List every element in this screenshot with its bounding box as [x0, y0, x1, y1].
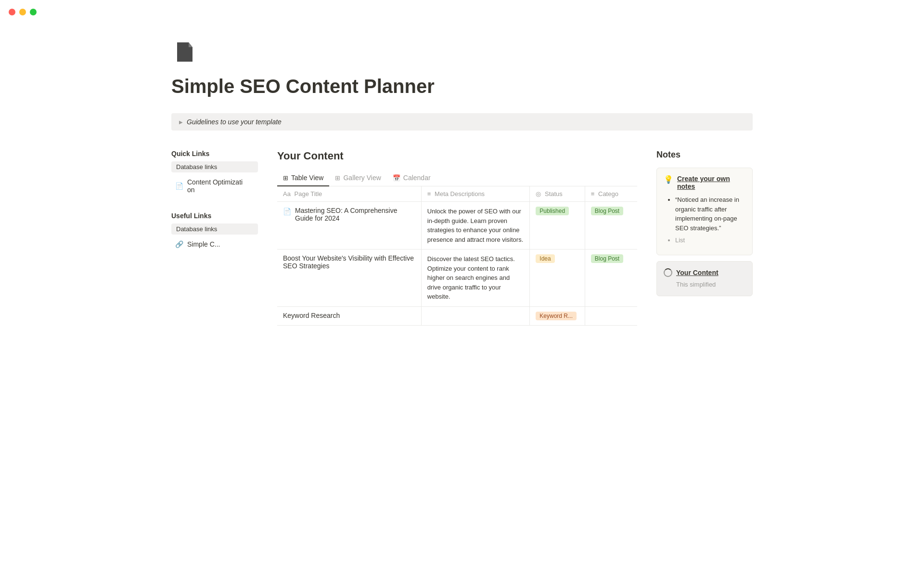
notes-title: Notes — [656, 150, 753, 160]
cell-title-3[interactable]: Keyword Research — [277, 306, 421, 325]
note-card-title-1[interactable]: Create your own notes — [677, 175, 745, 190]
note-bullet-2: List — [675, 236, 745, 245]
content-section-title: Your Content — [277, 150, 637, 162]
status-badge-3: Keyword R... — [536, 312, 577, 320]
cell-category-1[interactable]: Blog Post — [585, 202, 637, 250]
cell-status-3[interactable]: Keyword R... — [530, 306, 585, 325]
tab-calendar[interactable]: 📅 Calendar — [387, 170, 436, 186]
calendar-icon: 📅 — [393, 174, 400, 182]
sidebar-link-label-2: Simple C... — [187, 240, 220, 248]
note-bullet-1: “Noticed an increase in organic traffic … — [675, 195, 745, 233]
sidebar-item-content-optimization[interactable]: 📄 Content Optimization — [171, 175, 258, 197]
cell-status-2[interactable]: Idea — [530, 250, 585, 307]
category-badge-1: Blog Post — [591, 207, 623, 215]
tab-calendar-label: Calendar — [403, 174, 431, 182]
spinner-icon — [664, 268, 672, 277]
note-card-db: Your Content This simplified — [656, 261, 753, 297]
sidebar-item-simple-c[interactable]: 🔗 Simple C... — [171, 237, 258, 251]
row-3-title: Keyword Research — [283, 312, 340, 319]
content-table: Aa Page Title ≡ Meta Descriptions ◎ Stat… — [277, 186, 637, 326]
table-row[interactable]: 📄 Mastering SEO: A Comprehensive Guide f… — [277, 202, 637, 250]
page-icon — [171, 39, 753, 67]
col-header-status: ◎ Status — [530, 186, 585, 202]
row-1-title: Mastering SEO: A Comprehensive Guide for… — [295, 207, 415, 222]
status-badge-1: Published — [536, 207, 569, 215]
notes-panel: Notes 💡 Create your own notes “Noticed a… — [656, 150, 753, 296]
doc-icon-1: 📄 — [283, 208, 291, 215]
note-card-title-2[interactable]: Your Content — [676, 269, 719, 276]
tab-table-label: Table View — [291, 174, 323, 182]
sidebar-link-label: Content Optimization — [187, 178, 243, 194]
cell-meta-3 — [421, 306, 529, 325]
cell-category-3[interactable] — [585, 306, 637, 325]
document-icon: 📄 — [175, 182, 183, 190]
minimize-button[interactable] — [19, 9, 26, 15]
guidelines-label: Guidelines to use your template — [187, 118, 282, 126]
traffic-lights — [9, 9, 37, 15]
sidebar: Quick Links Database links 📄 Content Opt… — [171, 150, 258, 255]
table-row[interactable]: Keyword Research Keyword R... — [277, 306, 637, 325]
col-header-meta: ≡ Meta Descriptions — [421, 186, 529, 202]
table-row[interactable]: Boost Your Website's Visibility with Eff… — [277, 250, 637, 307]
row-2-meta: Discover the latest SEO tactics. Optimiz… — [427, 255, 515, 300]
cell-title-2[interactable]: Boost Your Website's Visibility with Eff… — [277, 250, 421, 307]
quick-links-badge[interactable]: Database links — [171, 161, 258, 172]
quick-links-title: Quick Links — [171, 150, 258, 158]
maximize-button[interactable] — [30, 9, 37, 15]
guidelines-toggle[interactable]: ▶ Guidelines to use your template — [171, 113, 753, 131]
aa-icon: Aa — [283, 190, 291, 197]
content-area: Your Content ⊞ Table View ⊞ Gallery View… — [277, 150, 637, 326]
tab-table-view[interactable]: ⊞ Table View — [277, 170, 329, 186]
page-title: Simple SEO Content Planner — [171, 75, 753, 98]
status-badge-2: Idea — [536, 254, 554, 263]
close-button[interactable] — [9, 9, 15, 15]
row-1-meta: Unlock the power of SEO with our in-dept… — [427, 208, 523, 243]
useful-links-badge[interactable]: Database links — [171, 223, 258, 235]
col-header-category: ≡ Catego — [585, 186, 637, 202]
circle-icon: ◎ — [536, 190, 541, 197]
view-tabs: ⊞ Table View ⊞ Gallery View 📅 Calendar — [277, 170, 637, 186]
cell-category-2[interactable]: Blog Post — [585, 250, 637, 307]
tab-gallery-label: Gallery View — [343, 174, 381, 182]
link-icon: 🔗 — [175, 240, 183, 248]
category-lines-icon: ≡ — [591, 190, 595, 197]
note-card-tip: 💡 Create your own notes “Noticed an incr… — [656, 168, 753, 255]
useful-links-title: Useful Links — [171, 212, 258, 220]
cell-title-1[interactable]: 📄 Mastering SEO: A Comprehensive Guide f… — [277, 202, 421, 250]
row-2-title: Boost Your Website's Visibility with Eff… — [283, 254, 415, 270]
cell-status-1[interactable]: Published — [530, 202, 585, 250]
category-badge-2: Blog Post — [591, 254, 623, 263]
tab-gallery-view[interactable]: ⊞ Gallery View — [329, 170, 386, 186]
toggle-arrow: ▶ — [179, 119, 183, 125]
bulb-icon: 💡 — [664, 175, 673, 184]
note-card-body-1: “Noticed an increase in organic traffic … — [664, 195, 745, 245]
cell-meta-2: Discover the latest SEO tactics. Optimiz… — [421, 250, 529, 307]
col-header-title: Aa Page Title — [277, 186, 421, 202]
cell-meta-1: Unlock the power of SEO with our in-dept… — [421, 202, 529, 250]
lines-icon: ≡ — [427, 190, 431, 197]
table-icon: ⊞ — [283, 174, 288, 182]
gallery-icon: ⊞ — [335, 174, 340, 182]
note-card-body-2: This simplified — [664, 280, 745, 289]
